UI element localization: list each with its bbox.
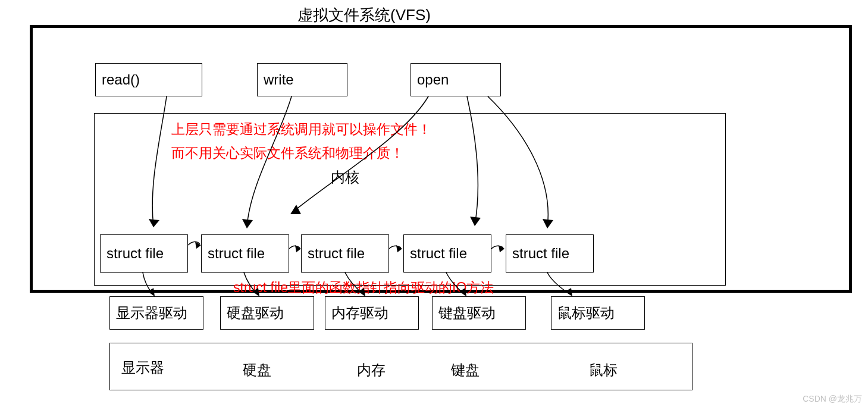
struct-file-3: struct file <box>403 234 491 273</box>
struct-file-2: struct file <box>301 234 389 273</box>
struct-file-4: struct file <box>506 234 594 273</box>
syscall-read-label: read() <box>102 71 140 88</box>
syscall-write-label: write <box>264 71 294 88</box>
device-memory: 内存 <box>357 361 386 380</box>
struct-file-1: struct file <box>201 234 289 273</box>
watermark: CSDN @龙兆万 <box>803 394 862 405</box>
syscall-open-label: open <box>417 71 449 88</box>
struct-file-4-label: struct file <box>512 245 569 262</box>
struct-file-0: struct file <box>100 234 188 273</box>
note-line1: 上层只需要通过系统调用就可以操作文件！ <box>171 120 431 139</box>
driver-disk: 硬盘驱动 <box>220 296 314 330</box>
driver-display-label: 显示器驱动 <box>116 303 187 323</box>
device-mouse: 鼠标 <box>589 361 618 380</box>
device-keyboard: 键盘 <box>451 361 480 380</box>
syscall-write-box: write <box>257 63 347 96</box>
note-line2: 而不用关心实际文件系统和物理介质！ <box>171 144 404 162</box>
driver-disk-label: 硬盘驱动 <box>227 303 284 323</box>
kernel-label: 内核 <box>331 168 359 187</box>
struct-file-1-label: struct file <box>208 245 265 262</box>
struct-file-2-label: struct file <box>308 245 365 262</box>
struct-note: struct file里面的函数指针指向驱动的IO方法 <box>233 278 494 297</box>
struct-file-0-label: struct file <box>106 245 164 262</box>
driver-memory-label: 内存驱动 <box>331 303 388 323</box>
driver-memory: 内存驱动 <box>325 296 419 330</box>
driver-keyboard: 键盘驱动 <box>432 296 526 330</box>
driver-keyboard-label: 键盘驱动 <box>438 303 496 323</box>
device-display: 显示器 <box>121 358 164 377</box>
syscall-read-box: read() <box>95 63 202 96</box>
driver-mouse-label: 鼠标驱动 <box>557 303 615 323</box>
driver-display: 显示器驱动 <box>109 296 203 330</box>
syscall-open-box: open <box>411 63 501 96</box>
device-disk: 硬盘 <box>243 361 271 380</box>
struct-file-3-label: struct file <box>410 245 467 262</box>
driver-mouse: 鼠标驱动 <box>551 296 645 330</box>
diagram-title: 虚拟文件系统(VFS) <box>297 5 431 26</box>
